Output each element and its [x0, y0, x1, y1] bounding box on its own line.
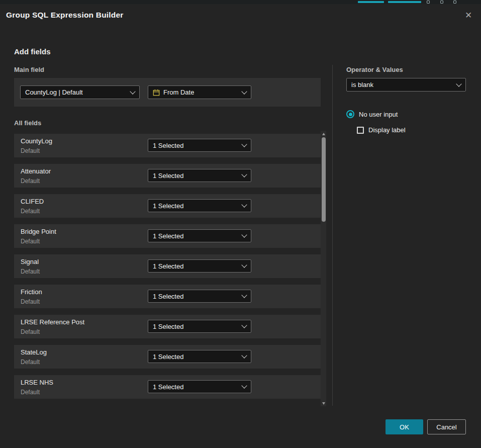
field-name: LRSE Reference Post — [21, 318, 84, 326]
field-name: Attenuator — [21, 167, 51, 175]
field-row: LRSE Reference Post Default 1 Selected — [14, 315, 321, 338]
field-subtitle: Default — [21, 389, 40, 396]
main-field-panel: CountyLog | Default From Date — [14, 78, 321, 107]
ok-button[interactable]: OK — [386, 419, 423, 434]
field-selected-value: 1 Selected — [153, 293, 183, 300]
fields-list: CountyLog Default 1 Selected Attenuator … — [14, 134, 321, 405]
main-field-dropdown[interactable]: From Date — [148, 85, 251, 99]
dialog-title: Group SQL Expression Builder — [6, 11, 124, 20]
chevron-down-icon — [241, 141, 247, 147]
chevron-down-icon — [241, 352, 247, 358]
triangle-up-icon — [322, 133, 325, 135]
field-row: CLIFED Default 1 Selected — [14, 194, 321, 218]
field-subtitle: Default — [21, 147, 40, 154]
field-selected-value: 1 Selected — [153, 262, 183, 270]
main-layer-dropdown-value: CountyLog | Default — [25, 88, 83, 96]
background-link-fragment — [388, 1, 421, 3]
group-sql-expression-builder-dialog: Group SQL Expression Builder ✕ Add field… — [0, 4, 481, 448]
field-selected-dropdown[interactable]: 1 Selected — [148, 290, 251, 303]
close-icon: ✕ — [465, 10, 472, 21]
checkbox-unchecked-icon — [357, 127, 364, 134]
field-subtitle: Default — [21, 238, 40, 245]
field-selected-value: 1 Selected — [153, 142, 183, 149]
field-selected-value: 1 Selected — [153, 383, 183, 391]
field-selected-dropdown[interactable]: 1 Selected — [148, 139, 251, 152]
field-subtitle: Default — [21, 177, 40, 185]
field-selected-value: 1 Selected — [153, 232, 183, 240]
field-selected-dropdown[interactable]: 1 Selected — [148, 169, 251, 182]
chevron-down-icon — [241, 202, 247, 207]
chevron-down-icon — [456, 81, 461, 86]
display-label-checkbox[interactable]: Display label — [357, 126, 406, 134]
field-name: CountyLog — [21, 137, 52, 145]
field-subtitle: Default — [21, 298, 40, 305]
background-app-strip — [0, 0, 481, 4]
field-name: Bridge Point — [21, 228, 56, 235]
chevron-down-icon — [241, 88, 247, 94]
operator-values-label: Operator & Values — [346, 66, 403, 73]
field-selected-dropdown[interactable]: 1 Selected — [148, 380, 251, 393]
field-selected-value: 1 Selected — [153, 202, 183, 210]
field-row: Signal Default 1 Selected — [14, 254, 321, 278]
main-field-dropdown-value: From Date — [163, 88, 194, 96]
field-selected-value: 1 Selected — [153, 353, 183, 361]
close-button[interactable]: ✕ — [462, 9, 475, 22]
field-selected-dropdown[interactable]: 1 Selected — [148, 320, 251, 333]
field-name: CLIFED — [21, 198, 44, 205]
chevron-down-icon — [241, 262, 247, 267]
background-toolbar-icon — [427, 1, 430, 4]
chevron-down-icon — [241, 232, 247, 237]
no-user-input-label: No user input — [359, 111, 398, 118]
calendar-icon — [153, 89, 160, 96]
field-selected-dropdown[interactable]: 1 Selected — [148, 229, 251, 242]
operator-dropdown-value: is blank — [351, 81, 373, 88]
field-row: StateLog Default 1 Selected — [14, 345, 321, 369]
fields-scrollbar[interactable] — [321, 131, 326, 406]
field-name: StateLog — [21, 348, 47, 356]
scroll-up-arrow[interactable] — [321, 131, 326, 136]
field-row: Attenuator Default 1 Selected — [14, 164, 321, 188]
chevron-down-icon — [130, 88, 135, 94]
no-user-input-radio[interactable]: No user input — [346, 110, 398, 118]
field-row: CountyLog Default 1 Selected — [14, 134, 321, 157]
field-selected-value: 1 Selected — [153, 172, 183, 180]
add-fields-heading: Add fields — [14, 47, 51, 56]
column-divider — [332, 65, 333, 406]
field-selected-dropdown[interactable]: 1 Selected — [148, 259, 251, 273]
chevron-down-icon — [241, 171, 247, 177]
field-subtitle: Default — [21, 328, 40, 335]
dialog-header: Group SQL Expression Builder ✕ — [0, 4, 481, 26]
background-toolbar-icon — [440, 1, 443, 4]
background-link-fragment — [358, 1, 384, 3]
all-fields-label: All fields — [14, 119, 41, 127]
field-row: Friction Default 1 Selected — [14, 285, 321, 308]
field-name: Signal — [21, 258, 39, 265]
display-label-label: Display label — [368, 126, 406, 134]
field-subtitle: Default — [21, 208, 40, 215]
main-layer-dropdown[interactable]: CountyLog | Default — [20, 85, 140, 99]
scroll-down-arrow[interactable] — [321, 401, 326, 406]
field-name: LRSE NHS — [21, 379, 53, 386]
scrollbar-thumb[interactable] — [322, 137, 326, 222]
background-toolbar-icon — [453, 1, 456, 4]
field-subtitle: Default — [21, 359, 40, 366]
cancel-button[interactable]: Cancel — [427, 419, 466, 434]
chevron-down-icon — [241, 383, 247, 388]
chevron-down-icon — [241, 292, 247, 298]
field-selected-value: 1 Selected — [153, 323, 183, 330]
operator-dropdown[interactable]: is blank — [346, 78, 466, 92]
triangle-down-icon — [322, 402, 325, 405]
radio-selected-icon — [346, 110, 354, 118]
field-name: Friction — [21, 288, 42, 296]
field-subtitle: Default — [21, 268, 40, 275]
field-selected-dropdown[interactable]: 1 Selected — [148, 199, 251, 212]
field-selected-dropdown[interactable]: 1 Selected — [148, 350, 251, 363]
field-row: Bridge Point Default 1 Selected — [14, 224, 321, 248]
chevron-down-icon — [241, 322, 247, 328]
field-row: LRSE NHS Default 1 Selected — [14, 375, 321, 399]
main-field-label: Main field — [14, 66, 44, 73]
